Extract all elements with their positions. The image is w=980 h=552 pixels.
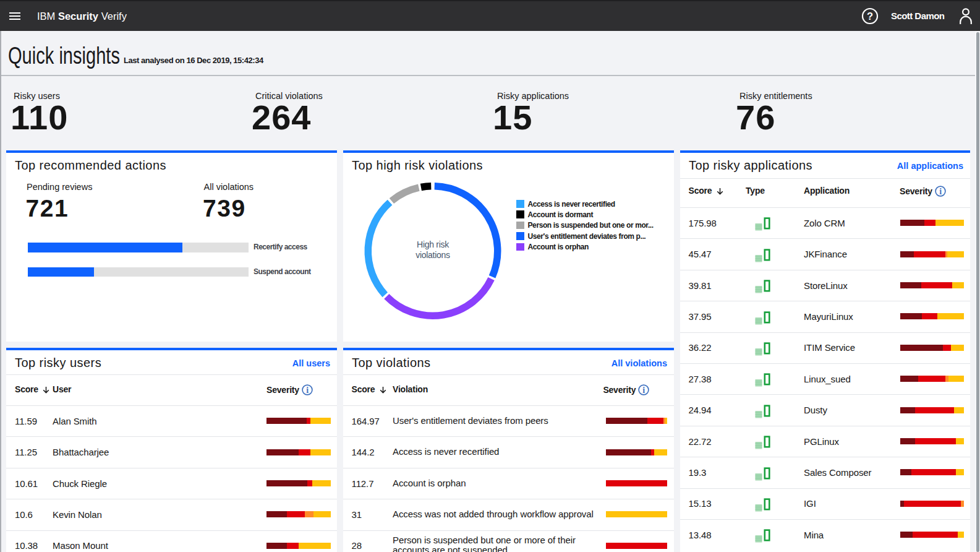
svg-text:?: ? <box>867 10 873 21</box>
svg-text:i: i <box>642 386 645 395</box>
svg-text:i: i <box>939 187 942 196</box>
svg-text:i: i <box>306 386 309 395</box>
